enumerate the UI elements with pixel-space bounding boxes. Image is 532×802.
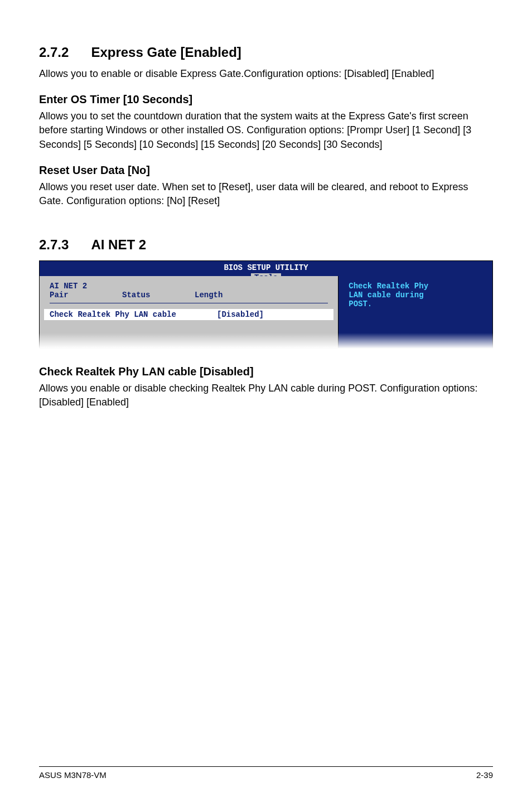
sub-heading-enter-os-timer: Enter OS Timer [10 Seconds] bbox=[39, 93, 493, 106]
section-number-2: 2.7.3 bbox=[39, 237, 69, 253]
section-heading-express-gate: 2.7.2Express Gate [Enabled] bbox=[39, 45, 493, 60]
bios-header: BIOS SETUP UTILITY Tools bbox=[39, 260, 493, 276]
bios-help-line1: Check Realtek Phy bbox=[349, 282, 482, 291]
section-title-text-2: AI NET 2 bbox=[91, 237, 146, 252]
bios-title: BIOS SETUP UTILITY bbox=[224, 263, 308, 272]
footer-left: ASUS M3N78-VM bbox=[39, 770, 107, 780]
bios-selected-label: Check Realtek Phy LAN cable bbox=[50, 310, 217, 319]
sub-text-reset-user-data: Allows you reset user date. When set to … bbox=[39, 180, 493, 208]
section-number: 2.7.2 bbox=[39, 45, 69, 60]
bios-col-status: Status bbox=[122, 291, 195, 299]
bios-help-panel: Check Realtek Phy LAN cable during POST. bbox=[338, 276, 493, 349]
bios-col-ai-net-2: AI NET 2 bbox=[50, 282, 122, 291]
section-title-text: Express Gate [Enabled] bbox=[91, 45, 241, 60]
bios-col-length: Length bbox=[195, 291, 267, 299]
bios-help-line3: POST. bbox=[349, 299, 482, 308]
sub-heading-check-realtek: Check Realtek Phy LAN cable [Disabled] bbox=[39, 365, 493, 378]
footer-right: 2-39 bbox=[476, 770, 493, 780]
sub-heading-reset-user-data: Reset User Data [No] bbox=[39, 164, 493, 177]
section-desc: Allows you to enable or disable Express … bbox=[39, 67, 493, 81]
bios-divider bbox=[50, 303, 328, 303]
section-heading-ai-net-2: 2.7.3AI NET 2 bbox=[39, 237, 493, 253]
bios-selected-row: Check Realtek Phy LAN cable [Disabled] bbox=[44, 309, 333, 320]
bios-help-line2: LAN cable during bbox=[349, 291, 482, 299]
page-footer: ASUS M3N78-VM 2-39 bbox=[39, 766, 493, 780]
bios-selected-value: [Disabled] bbox=[217, 310, 264, 319]
bios-utility-panel: BIOS SETUP UTILITY Tools AI NET 2 Pair S… bbox=[39, 260, 493, 349]
bios-col-pair: Pair bbox=[50, 291, 122, 299]
sub-text-check-realtek: Allows you enable or disable checking Re… bbox=[39, 381, 493, 409]
sub-text-enter-os-timer: Allows you to set the countdown duration… bbox=[39, 109, 493, 152]
bios-left-panel: AI NET 2 Pair Status Length Check Realte… bbox=[39, 276, 338, 349]
